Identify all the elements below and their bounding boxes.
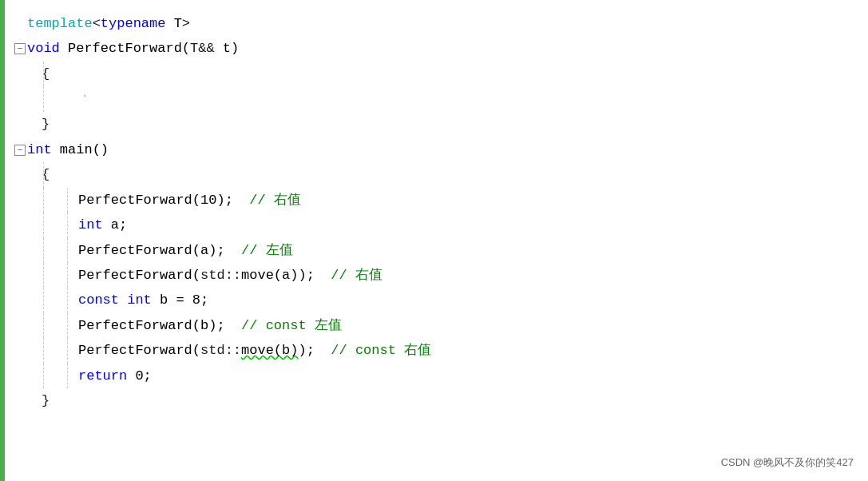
guide-line-8 <box>43 238 44 263</box>
watermark: CSDN @晚风不及你的笑427 <box>721 455 854 470</box>
line-14: PerfectForward(std::move(b)); // const 右… <box>14 338 858 363</box>
guide-line-13 <box>67 288 68 312</box>
comment-rvalue-1: // 右值 <box>249 188 301 213</box>
kw-int-b: int <box>127 288 152 312</box>
line-11: PerfectForward(std::move(a)); // 右值 <box>14 263 858 288</box>
guide-line-5 <box>67 188 68 213</box>
line-9: int a; <box>14 213 858 237</box>
guide-line-18 <box>43 364 44 388</box>
guide-line-11 <box>67 263 68 288</box>
fn-call-pf-move-a: PerfectForward <box>78 263 192 288</box>
line-2: − void PerfectForward(T&& t) <box>14 36 858 61</box>
guide-line-4 <box>43 188 44 213</box>
guide-line-2 <box>43 86 44 112</box>
guide-line-17 <box>67 338 68 363</box>
fn-main: main <box>60 137 93 162</box>
line-13: PerfectForward(b); // const 左值 <box>14 313 858 338</box>
guide-line-1 <box>43 62 44 86</box>
guide-line-7 <box>67 213 68 237</box>
comment-lvalue: // 左值 <box>241 238 293 263</box>
line-16: } <box>14 388 858 413</box>
code-area: template<typename T> − void PerfectForwa… <box>5 6 868 419</box>
fn-call-pf-b: PerfectForward <box>78 313 192 338</box>
guide-line-19 <box>67 364 68 388</box>
line-8: PerfectForward(10); // 右值 <box>14 188 858 213</box>
line-6: − int main() <box>14 137 858 162</box>
editor-container: template<typename T> − void PerfectForwa… <box>0 0 868 481</box>
line-3: { <box>14 62 858 86</box>
fn-perfectforward-decl: PerfectForward <box>68 36 182 61</box>
guide-line-6 <box>43 213 44 237</box>
kw-int-a: int <box>78 213 103 237</box>
line-15: return 0; <box>14 364 858 388</box>
fn-move-b-squiggly: move(b) <box>241 338 298 363</box>
guide-line-14 <box>43 313 44 338</box>
guide-line-3 <box>43 162 44 187</box>
line-1: template<typename T> <box>14 11 858 36</box>
fn-call-pf-10: PerfectForward <box>78 188 192 213</box>
line-5: } <box>14 112 858 137</box>
line-12: const int b = 8; <box>14 288 858 312</box>
kw-void: void <box>27 36 60 61</box>
kw-template: template <box>27 11 93 36</box>
comment-const-lvalue: // const 左值 <box>241 313 342 338</box>
comment-const-rvalue: // const 右值 <box>331 338 431 363</box>
kw-int-main: int <box>27 137 52 162</box>
fold-icon-main[interactable]: − <box>14 145 26 156</box>
guide-line-9 <box>67 238 68 263</box>
green-bar <box>0 0 5 481</box>
fold-icon-void[interactable]: − <box>14 43 26 54</box>
line-4: · <box>14 86 858 112</box>
kw-return: return <box>78 364 127 388</box>
fn-call-pf-a: PerfectForward <box>78 238 192 263</box>
line-10: PerfectForward(a); // 左值 <box>14 238 858 263</box>
guide-line-12 <box>43 288 44 312</box>
guide-line-15 <box>67 313 68 338</box>
guide-line-10 <box>43 263 44 288</box>
fn-call-pf-move-b: PerfectForward <box>78 338 192 363</box>
kw-const: const <box>78 288 119 312</box>
line-7: { <box>14 162 858 187</box>
guide-line-16 <box>43 338 44 363</box>
comment-rvalue-2: // 右值 <box>331 263 382 288</box>
